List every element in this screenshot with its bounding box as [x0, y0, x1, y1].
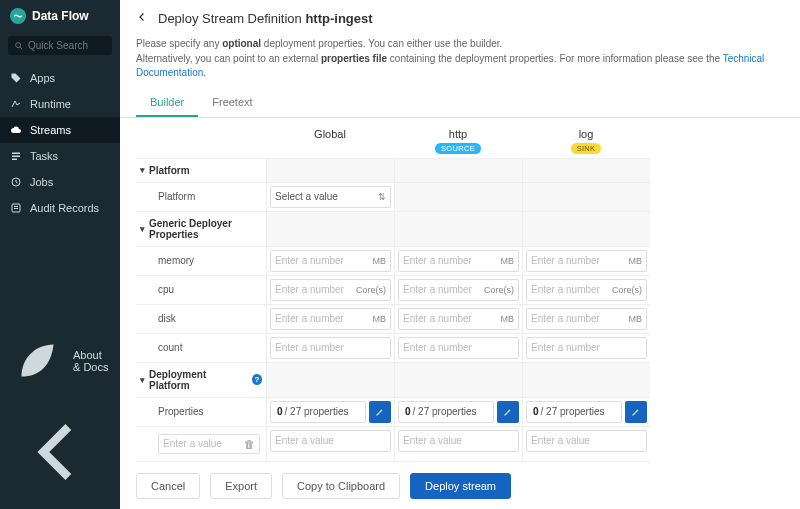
- leaf-icon: [10, 333, 65, 388]
- row-cpu: cpu: [136, 276, 266, 304]
- section-generic[interactable]: ▾Generic Deployer Properties: [136, 212, 266, 246]
- cancel-button[interactable]: Cancel: [136, 473, 200, 499]
- tasks-icon: [10, 150, 22, 162]
- page-description: Please specify any optional deployment p…: [120, 33, 800, 83]
- column-head-http: http SOURCE: [394, 118, 522, 158]
- logo-icon: [10, 8, 26, 24]
- props-count-log: 0 / 27 properties: [526, 401, 622, 423]
- row-count: count: [136, 334, 266, 362]
- sidebar-item-runtime[interactable]: Runtime: [0, 91, 120, 117]
- cpu-input-log[interactable]: Core(s): [526, 279, 647, 301]
- svg-rect-4: [12, 159, 17, 161]
- svg-point-0: [16, 42, 21, 47]
- svg-rect-2: [12, 153, 20, 155]
- edit-props-log[interactable]: [625, 401, 647, 423]
- page-header: Deploy Stream Definition http-ingest: [120, 0, 800, 33]
- cpu-input-http[interactable]: Core(s): [398, 279, 519, 301]
- section-deployment-platform[interactable]: ▾Deployment Platform?: [136, 363, 266, 397]
- sidebar-item-jobs[interactable]: Jobs: [0, 169, 120, 195]
- platform-select[interactable]: Select a value⇅: [270, 186, 391, 208]
- row-disk: disk: [136, 305, 266, 333]
- properties-grid: Global http SOURCE log SINK ▾Platform Pl…: [120, 118, 800, 463]
- count-input-http[interactable]: [398, 337, 519, 359]
- sidebar-item-streams[interactable]: Streams: [0, 117, 120, 143]
- memory-input-global[interactable]: MB: [270, 250, 391, 272]
- sidebar-item-about[interactable]: About & Docs: [0, 326, 120, 395]
- chevron-down-icon: ▾: [140, 375, 145, 385]
- source-badge: SOURCE: [435, 143, 481, 154]
- sidebar-item-label: Streams: [30, 124, 71, 136]
- copy-button[interactable]: Copy to Clipboard: [282, 473, 400, 499]
- sidebar-item-label: Jobs: [30, 176, 53, 188]
- column-head-labels: [136, 118, 266, 158]
- page-title: Deploy Stream Definition http-ingest: [158, 11, 373, 26]
- export-button[interactable]: Export: [210, 473, 272, 499]
- audit-icon: [10, 202, 22, 214]
- disk-input-http[interactable]: MB: [398, 308, 519, 330]
- footer-actions: Cancel Export Copy to Clipboard Deploy s…: [120, 462, 800, 509]
- sidebar-item-label: About & Docs: [73, 349, 110, 373]
- edit-props-global[interactable]: [369, 401, 391, 423]
- chevron-left-icon: [10, 402, 110, 502]
- trash-icon[interactable]: 🗑: [244, 438, 255, 450]
- count-input-global[interactable]: [270, 337, 391, 359]
- pencil-icon: [631, 407, 641, 417]
- app-name: Data Flow: [32, 9, 89, 23]
- dp-key-input[interactable]: 🗑: [158, 434, 260, 454]
- back-button[interactable]: [136, 10, 148, 26]
- cloud-icon: [10, 124, 22, 136]
- dp-value-http[interactable]: [398, 430, 519, 452]
- tabs: Builder Freetext: [120, 89, 800, 118]
- pencil-icon: [375, 407, 385, 417]
- sink-badge: SINK: [571, 143, 602, 154]
- chevron-updown-icon: ⇅: [375, 192, 386, 202]
- sidebar-item-label: Tasks: [30, 150, 58, 162]
- deploy-button[interactable]: Deploy stream: [410, 473, 511, 499]
- column-head-global: Global: [266, 118, 394, 158]
- sidebar-item-audit[interactable]: Audit Records: [0, 195, 120, 221]
- disk-input-global[interactable]: MB: [270, 308, 391, 330]
- main-content: Deploy Stream Definition http-ingest Ple…: [120, 0, 800, 509]
- row-dp-properties: Properties: [136, 398, 266, 426]
- dp-value-global[interactable]: [270, 430, 391, 452]
- tag-icon: [10, 72, 22, 84]
- sidebar-item-label: Apps: [30, 72, 55, 84]
- cpu-input-global[interactable]: Core(s): [270, 279, 391, 301]
- count-input-log[interactable]: [526, 337, 647, 359]
- chevron-down-icon: ▾: [140, 165, 145, 175]
- pencil-icon: [503, 407, 513, 417]
- sidebar-item-label: Audit Records: [30, 202, 99, 214]
- memory-input-log[interactable]: MB: [526, 250, 647, 272]
- row-platform: Platform: [136, 183, 266, 211]
- sidebar: Data Flow Quick Search Apps Runtime Stre…: [0, 0, 120, 509]
- runtime-icon: [10, 98, 22, 110]
- sidebar-item-label: Runtime: [30, 98, 71, 110]
- disk-input-log[interactable]: MB: [526, 308, 647, 330]
- svg-line-1: [20, 47, 22, 49]
- nav: Apps Runtime Streams Tasks Jobs Audit Re…: [0, 65, 120, 326]
- search-icon: [14, 41, 24, 51]
- row-memory: memory: [136, 247, 266, 275]
- clock-icon: [10, 176, 22, 188]
- sidebar-item-apps[interactable]: Apps: [0, 65, 120, 91]
- edit-props-http[interactable]: [497, 401, 519, 423]
- props-count-http: 0 / 27 properties: [398, 401, 494, 423]
- column-head-log: log SINK: [522, 118, 650, 158]
- svg-rect-3: [12, 156, 20, 158]
- tab-builder[interactable]: Builder: [136, 89, 198, 117]
- props-count-global: 0 / 27 properties: [270, 401, 366, 423]
- sidebar-item-tasks[interactable]: Tasks: [0, 143, 120, 169]
- dp-value-log[interactable]: [526, 430, 647, 452]
- help-icon[interactable]: ?: [252, 374, 262, 385]
- app-logo: Data Flow: [0, 0, 120, 32]
- memory-input-http[interactable]: MB: [398, 250, 519, 272]
- search-input[interactable]: Quick Search: [8, 36, 112, 55]
- tab-freetext[interactable]: Freetext: [198, 89, 266, 117]
- chevron-left-icon: [136, 11, 148, 23]
- search-placeholder: Quick Search: [28, 40, 88, 51]
- section-platform[interactable]: ▾Platform: [136, 159, 266, 182]
- chevron-down-icon: ▾: [140, 224, 145, 234]
- sidebar-collapse[interactable]: [0, 395, 120, 509]
